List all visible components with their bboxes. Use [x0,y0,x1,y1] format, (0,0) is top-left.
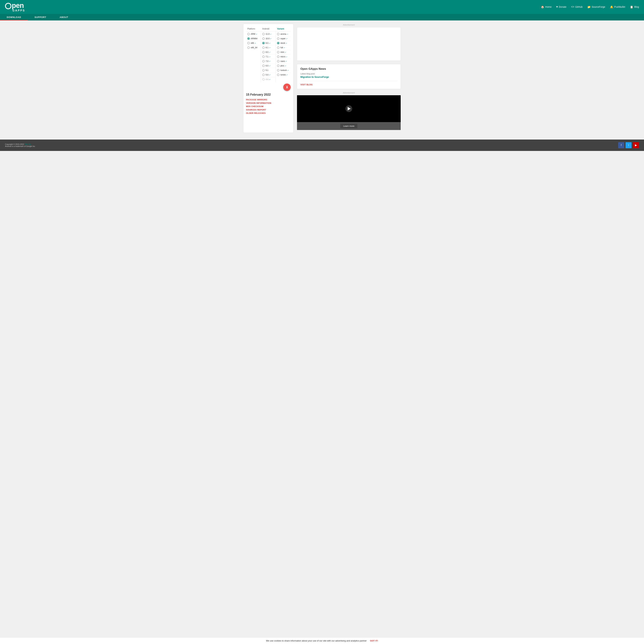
news-subtitle: Latest blog post: [300,73,397,75]
radio-full [277,46,279,49]
radio-aroma [277,33,279,35]
platform-x86-64[interactable]: x86_64 [246,45,261,50]
platform-header: Platform: [246,27,261,31]
platform-column: ARM ↗ ARM64 x86 ↗ x86_64 [246,31,261,82]
news-post-link[interactable]: Migration to SourceForge [300,76,329,78]
nav-blog[interactable]: 📋 Blog [630,5,639,9]
android-11[interactable]: 11.0 ↗ [261,32,276,36]
nav-github[interactable]: <> GitHub [571,5,582,8]
visit-blog-link[interactable]: VISIT BLOG [300,84,313,86]
radio-super [277,37,279,40]
blog-icon: 📋 [630,5,633,9]
platform-x86[interactable]: x86 ↗ [246,41,261,45]
company-link[interactable]: The Op... [25,143,32,145]
variant-super[interactable]: super ↗ [276,36,291,41]
nav-sourceforge[interactable]: 📁 SourceForge [587,5,605,9]
radio-nano [277,60,279,62]
android-60[interactable]: 6.0 ↗ [261,64,276,68]
bell-icon: 🔔 [610,5,613,9]
radio-51 [262,69,265,71]
main-nav: 🏠 Home ♥ Donate <> GitHub 📁 SourceForge … [541,5,639,9]
subnav-about[interactable]: ABOUT [53,14,75,20]
download-button-wrap: ⬇ [246,84,291,91]
play-button[interactable] [345,105,352,112]
nav-pushbullet[interactable]: 🔔 Pushbullet [610,5,625,9]
subnav-download[interactable]: DOWNLOAD [0,14,28,20]
copyright-text: Copyright © 2015-2022 The Op... [5,143,35,145]
logo[interactable]: pen GAPPS [5,2,25,12]
download-card: Platform: Android: Variant: ARM ↗ ARM64 … [243,24,293,133]
main-content: Platform: Android: Variant: ARM ↗ ARM64 … [238,20,406,136]
radio-arm64 [247,37,250,40]
link-package-mirrors[interactable]: PACKAGE MIRRORS [246,98,291,101]
home-icon: 🏠 [541,5,544,9]
ad-video-card: Learn more [297,95,401,130]
ad-bottom-wrap: Advertisement Learn more [297,92,401,130]
date-section: 15 February 2022 PACKAGE MIRRORS VERSION… [246,93,291,115]
variant-mini[interactable]: mini ↗ [276,50,291,55]
radio-50 [262,74,265,76]
radio-81 [262,46,265,49]
learn-more-button[interactable]: Learn more [340,124,357,128]
nav-donate[interactable]: ♥ Donate [556,5,567,8]
radio-10 [262,37,265,40]
video-ad[interactable] [297,95,401,122]
android-71[interactable]: 7.1 ↗ [261,55,276,59]
radio-micro [277,56,279,58]
youtube-button[interactable]: ▶ [633,142,639,148]
twitter-button[interactable]: t [626,142,632,148]
release-date: 15 February 2022 [246,93,291,96]
android-50[interactable]: 5.0 ↗ [261,73,276,77]
radio-stock [277,42,279,44]
learn-more-bar: Learn more [297,122,401,130]
news-divider [300,81,397,81]
platform-arm64[interactable]: ARM64 [246,36,261,41]
link-sources[interactable]: SOURCES REPORT [246,108,291,112]
facebook-button[interactable]: f [618,142,624,148]
header: pen GAPPS 🏠 Home ♥ Donate <> GitHub 📁 So… [0,0,644,14]
android-70[interactable]: 7.0 ↗ [261,59,276,64]
link-md5[interactable]: MD5 CHECKSUM [246,105,291,108]
android-9[interactable]: 9.0 ↗ [261,41,276,45]
link-older-releases[interactable]: OLDER RELEASES [246,112,291,115]
android-note: Android is a trademark of Google Inc [5,145,35,147]
android-51[interactable]: 5.1 [261,68,276,73]
android-81[interactable]: 8.1 ↗ [261,45,276,50]
variant-aroma[interactable]: aroma ↗ [276,32,291,36]
android-header: Android: [261,27,276,31]
radio-tvstock [277,69,279,71]
variant-micro[interactable]: micro ↗ [276,55,291,59]
radio-x86 [247,42,250,44]
platform-arm[interactable]: ARM ↗ [246,32,261,36]
android-80[interactable]: 8.0 ↗ [261,50,276,55]
link-version-info[interactable]: VERSION INFORMATION [246,101,291,105]
heart-icon: ♥ [556,5,558,8]
footer: Copyright © 2015-2022 The Op... Android … [0,140,644,151]
info-links: PACKAGE MIRRORS VERSION INFORMATION MD5 … [246,98,291,115]
variant-tvmini[interactable]: tvmini ↗ [276,73,291,77]
radio-60 [262,65,265,67]
radio-pico [277,65,279,67]
subnav-support[interactable]: SUPPORT [28,14,53,20]
play-triangle-icon [348,107,351,110]
variant-header: Variant: [276,27,291,31]
variant-full[interactable]: full ↗ [276,45,291,50]
subnav: DOWNLOAD SUPPORT ABOUT [0,14,644,20]
logo-open: pen [5,2,25,9]
news-card: Open GApps News Latest blog post: Migrat… [297,64,401,89]
variant-tvstock[interactable]: tvstock ↗ [276,68,291,73]
variant-nano[interactable]: nano ↗ [276,59,291,64]
variant-stock[interactable]: stock ↗ [276,41,291,45]
ad-label-top: Advertisement [297,24,401,26]
android-10[interactable]: 10.0 ↗ [261,36,276,41]
logo-gapps: GAPPS [12,9,25,12]
nav-home[interactable]: 🏠 Home [541,5,551,9]
radio-x86-64 [247,46,250,49]
right-panel: Advertisement Open GApps News Latest blo… [297,24,401,133]
radio-9 [262,42,265,44]
download-button[interactable]: ⬇ [283,84,291,91]
ad-top [297,27,401,61]
ad-label-bottom: Advertisement [297,92,401,94]
variant-pico[interactable]: pico ↗ [276,64,291,68]
radio-11 [262,33,265,35]
